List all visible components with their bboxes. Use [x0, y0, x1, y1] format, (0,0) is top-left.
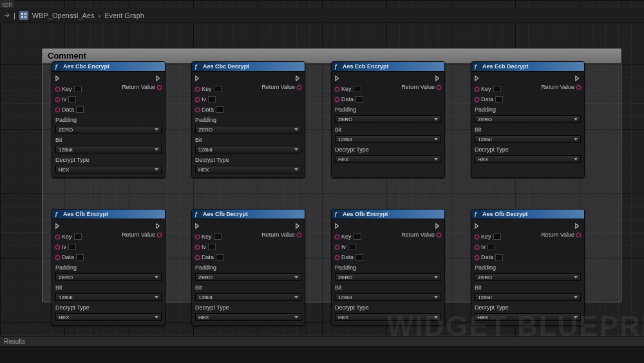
- output-pin-return[interactable]: Return Value: [122, 231, 162, 238]
- text-input[interactable]: [214, 233, 222, 240]
- decrypt-type-dropdown[interactable]: HEX: [195, 313, 301, 321]
- exec-output-pin[interactable]: [575, 223, 581, 229]
- exec-output-pin[interactable]: [575, 75, 581, 81]
- text-input[interactable]: [74, 233, 82, 240]
- text-input[interactable]: [348, 244, 355, 250]
- exec-input-pin[interactable]: [335, 75, 341, 81]
- blueprint-node[interactable]: ƒ Aes Cfb Encrypt Key Return Value: [52, 209, 166, 326]
- input-pin-iv[interactable]: Iv: [335, 243, 441, 251]
- padding-dropdown[interactable]: ZERO: [55, 126, 162, 133]
- blueprint-node[interactable]: ƒ Aes Cfb Decrypt Key Return Value: [191, 209, 305, 326]
- node-header[interactable]: ƒ Aes Cbc Encrypt: [52, 62, 165, 72]
- input-pin-data[interactable]: Data: [475, 95, 581, 103]
- padding-dropdown[interactable]: ZERO: [475, 115, 581, 123]
- exec-input-pin[interactable]: [475, 75, 480, 81]
- padding-dropdown[interactable]: ZERO: [475, 273, 581, 281]
- input-pin-iv[interactable]: Iv: [475, 243, 581, 251]
- text-input[interactable]: [355, 96, 363, 103]
- output-pin-return[interactable]: Return Value: [261, 231, 301, 238]
- node-header[interactable]: ƒ Aes Ecb Decrypt: [471, 62, 584, 72]
- exec-input-pin[interactable]: [335, 223, 341, 229]
- exec-input-pin[interactable]: [195, 223, 201, 229]
- decrypt-type-dropdown[interactable]: HEX: [475, 313, 581, 321]
- bit-dropdown[interactable]: 128bit: [335, 293, 441, 301]
- exec-output-pin[interactable]: [296, 223, 301, 229]
- output-pin-return[interactable]: Return Value: [541, 84, 581, 90]
- input-pin-iv[interactable]: Iv: [195, 95, 301, 103]
- decrypt-type-dropdown[interactable]: HEX: [335, 313, 441, 321]
- output-pin-return[interactable]: Return Value: [401, 231, 441, 238]
- padding-dropdown[interactable]: ZERO: [55, 273, 162, 281]
- blueprint-node[interactable]: ƒ Aes Ecb Encrypt Key Return Value: [331, 61, 445, 178]
- decrypt-type-dropdown[interactable]: HEX: [475, 155, 581, 163]
- node-header[interactable]: ƒ Aes Ecb Encrypt: [332, 62, 444, 72]
- text-input[interactable]: [355, 254, 363, 260]
- text-input[interactable]: [208, 244, 216, 250]
- exec-input-pin[interactable]: [475, 223, 480, 229]
- text-input[interactable]: [214, 86, 222, 92]
- text-input[interactable]: [216, 106, 223, 113]
- output-pin-return[interactable]: Return Value: [401, 84, 441, 90]
- blueprint-node[interactable]: ƒ Aes Cbc Encrypt Key Return Value: [52, 61, 166, 178]
- blueprint-node[interactable]: ƒ Aes Cbc Decrypt Key Return Value: [191, 61, 305, 178]
- input-pin-iv[interactable]: Iv: [55, 95, 162, 103]
- results-bar[interactable]: Results: [0, 337, 644, 347]
- input-pin-data[interactable]: Data: [55, 253, 162, 261]
- node-header[interactable]: ƒ Aes Cbc Decrypt: [192, 62, 305, 72]
- breadcrumb-parent[interactable]: WBP_Openssl_Aes: [32, 12, 95, 19]
- breadcrumb-back-icon[interactable]: ➔: [4, 11, 10, 19]
- bit-dropdown[interactable]: 128bit: [335, 135, 441, 143]
- bit-dropdown[interactable]: 128bit: [475, 293, 581, 301]
- blueprint-node[interactable]: ƒ Aes Ofb Decrypt Key Return Value: [471, 209, 585, 326]
- bit-dropdown[interactable]: 128bit: [55, 146, 162, 153]
- text-input[interactable]: [68, 244, 76, 250]
- input-pin-data[interactable]: Data: [335, 95, 441, 103]
- text-input[interactable]: [216, 254, 223, 260]
- output-pin-return[interactable]: Return Value: [541, 231, 581, 238]
- bit-dropdown[interactable]: 128bit: [195, 146, 301, 153]
- exec-input-pin[interactable]: [195, 75, 201, 81]
- input-pin-data[interactable]: Data: [195, 253, 301, 261]
- output-pin-return[interactable]: Return Value: [261, 84, 301, 90]
- decrypt-type-dropdown[interactable]: HEX: [195, 166, 301, 173]
- exec-output-pin[interactable]: [435, 223, 441, 229]
- exec-output-pin[interactable]: [435, 75, 441, 81]
- output-pin-return[interactable]: Return Value: [122, 84, 162, 90]
- padding-dropdown[interactable]: ZERO: [195, 126, 301, 133]
- text-input[interactable]: [354, 86, 361, 92]
- text-input[interactable]: [76, 254, 84, 260]
- exec-input-pin[interactable]: [55, 223, 61, 229]
- input-pin-iv[interactable]: Iv: [55, 243, 162, 251]
- padding-dropdown[interactable]: ZERO: [335, 273, 441, 281]
- node-header[interactable]: ƒ Aes Ofb Encrypt: [332, 210, 444, 219]
- input-pin-data[interactable]: Data: [475, 253, 581, 261]
- blueprint-node[interactable]: ƒ Aes Ecb Decrypt Key Return Value: [471, 61, 585, 178]
- exec-input-pin[interactable]: [55, 75, 61, 81]
- text-input[interactable]: [76, 106, 84, 113]
- exec-output-pin[interactable]: [296, 75, 301, 81]
- bit-dropdown[interactable]: 128bit: [55, 293, 162, 301]
- bit-dropdown[interactable]: 128bit: [475, 135, 581, 143]
- text-input[interactable]: [68, 96, 76, 103]
- text-input[interactable]: [495, 254, 503, 260]
- text-input[interactable]: [74, 86, 82, 92]
- node-header[interactable]: ƒ Aes Cfb Encrypt: [52, 210, 165, 219]
- text-input[interactable]: [354, 233, 361, 240]
- input-pin-data[interactable]: Data: [55, 106, 162, 113]
- text-input[interactable]: [493, 233, 501, 240]
- input-pin-data[interactable]: Data: [335, 253, 441, 261]
- decrypt-type-dropdown[interactable]: HEX: [335, 155, 441, 163]
- text-input[interactable]: [488, 244, 495, 250]
- padding-dropdown[interactable]: ZERO: [335, 115, 441, 123]
- decrypt-type-dropdown[interactable]: HEX: [55, 166, 162, 173]
- bit-dropdown[interactable]: 128bit: [195, 293, 301, 301]
- decrypt-type-dropdown[interactable]: HEX: [55, 313, 162, 321]
- text-input[interactable]: [493, 86, 501, 92]
- input-pin-iv[interactable]: Iv: [195, 243, 301, 251]
- exec-output-pin[interactable]: [156, 75, 162, 81]
- text-input[interactable]: [495, 96, 503, 103]
- padding-dropdown[interactable]: ZERO: [195, 273, 301, 281]
- exec-output-pin[interactable]: [156, 223, 162, 229]
- node-header[interactable]: ƒ Aes Cfb Decrypt: [192, 210, 305, 219]
- text-input[interactable]: [208, 96, 216, 103]
